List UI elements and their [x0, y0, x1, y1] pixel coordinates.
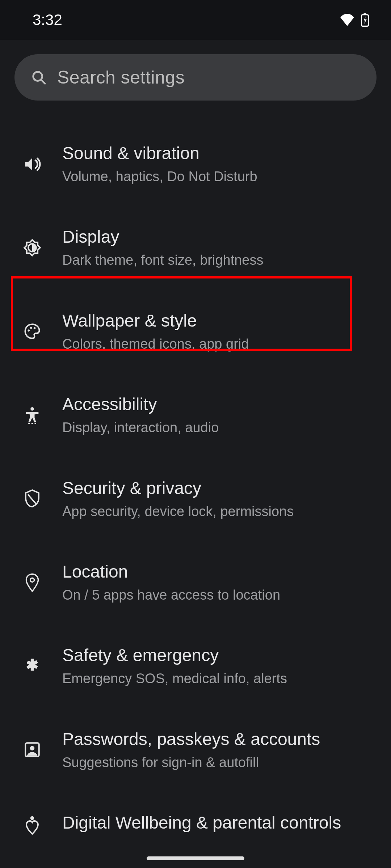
svg-rect-1 [363, 13, 366, 15]
item-subtitle: On / 5 apps have access to location [62, 586, 377, 604]
shield-icon [16, 489, 49, 509]
status-bar: 3:32 [0, 0, 391, 40]
item-subtitle: Volume, haptics, Do Not Disturb [62, 168, 377, 186]
wifi-icon [340, 14, 355, 26]
brightness-icon [16, 238, 49, 257]
settings-item-wallpaper[interactable]: Wallpaper & style Colors, themed icons, … [0, 290, 391, 373]
svg-point-14 [30, 578, 34, 582]
item-title: Display [62, 226, 377, 248]
palette-icon [16, 322, 49, 341]
item-title: Sound & vibration [62, 142, 377, 164]
battery-charging-icon [361, 13, 369, 27]
settings-item-sound[interactable]: Sound & vibration Volume, haptics, Do No… [0, 122, 391, 206]
item-title: Security & privacy [62, 477, 377, 499]
search-placeholder: Search settings [57, 67, 185, 88]
wellbeing-icon [16, 814, 49, 835]
item-subtitle: Display, interaction, audio [62, 419, 377, 437]
status-icons [340, 13, 369, 27]
item-subtitle: Colors, themed icons, app grid [62, 335, 377, 353]
settings-item-security[interactable]: Security & privacy App security, device … [0, 457, 391, 541]
volume-icon [16, 155, 49, 174]
svg-line-13 [28, 494, 37, 505]
svg-point-16 [30, 746, 35, 751]
navigation-bar-pill[interactable] [147, 856, 244, 860]
settings-list: Sound & vibration Volume, haptics, Do No… [0, 111, 391, 858]
settings-item-wellbeing[interactable]: Digital Wellbeing & parental controls [0, 792, 391, 858]
svg-point-7 [30, 327, 32, 329]
item-title: Accessibility [62, 393, 377, 415]
item-subtitle: Suggestions for sign-in & autofill [62, 754, 377, 771]
item-title: Wallpaper & style [62, 310, 377, 332]
item-title: Safety & emergency [62, 644, 377, 666]
location-pin-icon [16, 573, 49, 593]
svg-line-3 [41, 80, 45, 84]
svg-rect-12 [35, 423, 36, 424]
accessibility-icon [16, 406, 49, 425]
svg-point-6 [28, 329, 30, 332]
settings-item-passwords[interactable]: Passwords, passkeys & accounts Suggestio… [0, 708, 391, 792]
account-box-icon [16, 741, 49, 759]
item-subtitle: Dark theme, font size, brightness [62, 251, 377, 269]
svg-point-9 [30, 407, 34, 411]
item-title: Digital Wellbeing & parental controls [62, 812, 377, 834]
svg-rect-11 [31, 423, 33, 424]
item-subtitle: Emergency SOS, medical info, alerts [62, 670, 377, 688]
item-subtitle: App security, device lock, permissions [62, 503, 377, 520]
item-title: Location [62, 561, 377, 583]
search-settings-bar[interactable]: Search settings [14, 54, 377, 101]
search-icon [30, 69, 47, 86]
status-time: 3:32 [33, 11, 62, 29]
medical-icon [16, 657, 49, 675]
settings-item-accessibility[interactable]: Accessibility Display, interaction, audi… [0, 373, 391, 457]
settings-item-safety[interactable]: Safety & emergency Emergency SOS, medica… [0, 624, 391, 708]
svg-point-8 [34, 327, 36, 329]
svg-point-17 [30, 816, 34, 820]
settings-item-location[interactable]: Location On / 5 apps have access to loca… [0, 541, 391, 624]
settings-item-display[interactable]: Display Dark theme, font size, brightnes… [0, 206, 391, 289]
svg-rect-10 [28, 423, 30, 424]
item-title: Passwords, passkeys & accounts [62, 728, 377, 750]
